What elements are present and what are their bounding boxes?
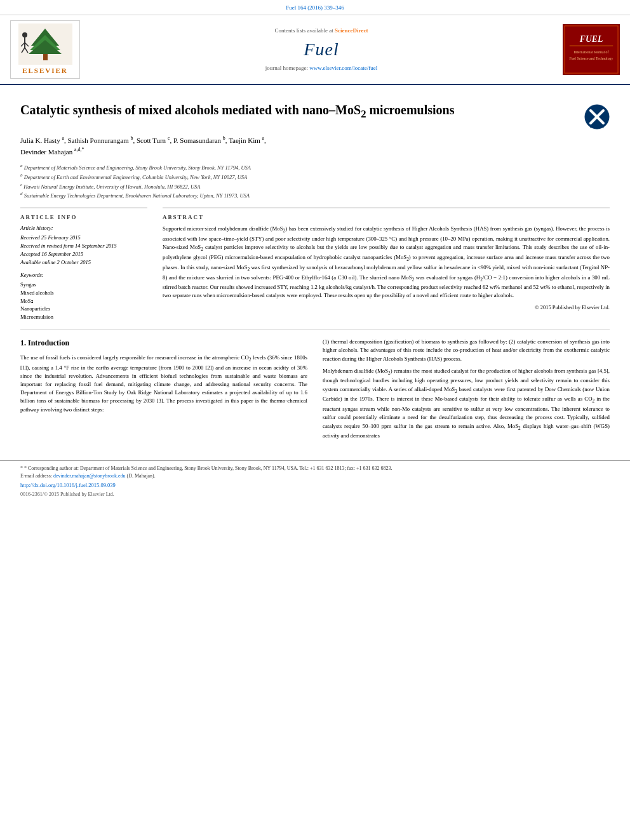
doi-bar: Fuel 164 (2016) 339–346 <box>0 0 630 15</box>
fuel-journal-logo: FUEL International Journal of Fuel Scien… <box>563 24 620 75</box>
elsevier-tree-svg <box>18 23 72 65</box>
svg-rect-1 <box>43 54 48 60</box>
received-revised-date: Received in revised form 14 September 20… <box>20 243 147 250</box>
article-info-col: ARTICLE INFO Article history: Received 2… <box>20 208 147 322</box>
intro-paragraph-3: Molybdenum disulfide (MoS2) remains the … <box>323 367 610 441</box>
sciencedirect-line: Contents lists available at ScienceDirec… <box>86 27 556 35</box>
email-name: (D. Mahajan). <box>127 473 156 479</box>
abstract-col: ABSTRACT Supported micron-sized molybden… <box>163 208 610 322</box>
article-info: ARTICLE INFO Article history: Received 2… <box>20 208 147 321</box>
crossmark-logo[interactable]: CrossMark <box>584 104 610 130</box>
authors: Julia K. Hasty a, Sathish Ponnurangam b,… <box>20 135 610 158</box>
affiliation-d: d Sustainable Energy Technologies Depart… <box>20 190 610 200</box>
section-divider <box>20 330 610 330</box>
main-content: Catalytic synthesis of mixed alcohols me… <box>0 85 630 454</box>
svg-text:International Journal of: International Journal of <box>574 50 609 54</box>
keyword-microemulsion: Microemulsion <box>20 314 147 321</box>
footer-issn: 0016-2361/© 2015 Published by Elsevier L… <box>20 491 610 498</box>
keyword-mixed-alcohols: Mixed alcohols <box>20 290 147 297</box>
email-link[interactable]: devinder.mahajan@stonybrook.edu <box>53 473 126 479</box>
issn-text: 0016-2361/© 2015 Published by Elsevier L… <box>20 491 114 497</box>
article-title: Catalytic synthesis of mixed alcohols me… <box>20 102 578 121</box>
abstract-section: ABSTRACT Supported micron-sized molybden… <box>163 208 610 312</box>
author-list: Julia K. Hasty a, Sathish Ponnurangam b,… <box>20 137 266 156</box>
keyword-syngas: Syngas <box>20 281 147 289</box>
journal-title: Fuel <box>86 37 556 62</box>
page-footer: * * Corresponding author at: Department … <box>0 460 630 502</box>
affiliations: a Department of Materials Science and En… <box>20 163 610 199</box>
footer-doi[interactable]: http://dx.doi.org/10.1016/j.fuel.2015.09… <box>20 482 610 490</box>
copyright: © 2015 Published by Elsevier Ltd. <box>163 304 610 312</box>
sciencedirect-link[interactable]: ScienceDirect <box>335 27 368 34</box>
page: Fuel 164 (2016) 339–346 <box>0 0 630 840</box>
info-abstract-section: ARTICLE INFO Article history: Received 2… <box>20 208 610 322</box>
history-title: Article history: <box>20 225 147 232</box>
affiliation-a: a Department of Materials Science and En… <box>20 163 610 172</box>
section-number: 1. <box>20 338 26 347</box>
journal-center: Contents lists available at ScienceDirec… <box>86 27 556 72</box>
journal-header: ELSEVIER Contents lists available at Sci… <box>0 15 630 85</box>
svg-text:FUEL: FUEL <box>579 34 603 44</box>
received-date: Received 25 February 2015 <box>20 234 147 242</box>
keyword-nanoparticles: Nanoparticles <box>20 305 147 313</box>
affiliation-b: b Department of Earth and Environmental … <box>20 172 610 182</box>
intro-left-col: 1. Introduction The use of fossil fuels … <box>20 338 307 444</box>
footnote-email: E-mail address: devinder.mahajan@stonybr… <box>20 472 610 479</box>
footnote-star: * * Corresponding author at: Department … <box>20 465 392 471</box>
fuel-logo-svg: FUEL International Journal of Fuel Scien… <box>563 24 619 75</box>
intro-paragraph-2: (1) thermal decomposition (gasification)… <box>323 338 610 363</box>
journal-homepage: journal homepage: www.elsevier.com/locat… <box>86 64 556 72</box>
keywords-section: Keywords: Syngas Mixed alcohols MoS₂ Nan… <box>20 272 147 321</box>
abstract-label: ABSTRACT <box>163 213 610 222</box>
elsevier-logo: ELSEVIER <box>10 20 80 79</box>
homepage-label: journal homepage: <box>265 65 308 71</box>
email-label: E-mail address: <box>20 473 52 479</box>
abstract-text: Supported micron-sized molybdenum disulf… <box>163 225 610 300</box>
introduction-section: 1. Introduction The use of fossil fuels … <box>20 338 610 444</box>
intro-section-title: 1. Introduction <box>20 338 307 349</box>
contents-text: Contents lists available at <box>275 27 333 34</box>
doi-link[interactable]: http://dx.doi.org/10.1016/j.fuel.2015.09… <box>20 482 116 488</box>
homepage-url[interactable]: www.elsevier.com/locate/fuel <box>309 65 377 71</box>
intro-paragraph-1: The use of fossil fuels is considered la… <box>20 354 307 414</box>
section-title-text: Introduction <box>28 338 69 347</box>
svg-text:Fuel Science and Technology: Fuel Science and Technology <box>570 56 613 60</box>
article-title-section: Catalytic synthesis of mixed alcohols me… <box>20 102 610 130</box>
svg-point-5 <box>22 32 27 37</box>
keyword-mos2: MoS₂ <box>20 298 147 305</box>
intro-right-col: (1) thermal decomposition (gasification)… <box>323 338 610 444</box>
article-history: Article history: Received 25 February 20… <box>20 225 147 266</box>
article-info-label: ARTICLE INFO <box>20 213 147 222</box>
footnote-corresponding: * * Corresponding author at: Department … <box>20 465 610 472</box>
affiliation-c: c Hawaii Natural Energy Institute, Unive… <box>20 182 610 191</box>
elsevier-wordmark: ELSEVIER <box>22 66 68 76</box>
svg-text:CrossMark: CrossMark <box>590 126 605 129</box>
keywords-label: Keywords: <box>20 272 147 279</box>
available-date: Available online 2 October 2015 <box>20 259 147 267</box>
accepted-date: Accepted 16 September 2015 <box>20 251 147 258</box>
doi-text: Fuel 164 (2016) 339–346 <box>286 4 344 11</box>
